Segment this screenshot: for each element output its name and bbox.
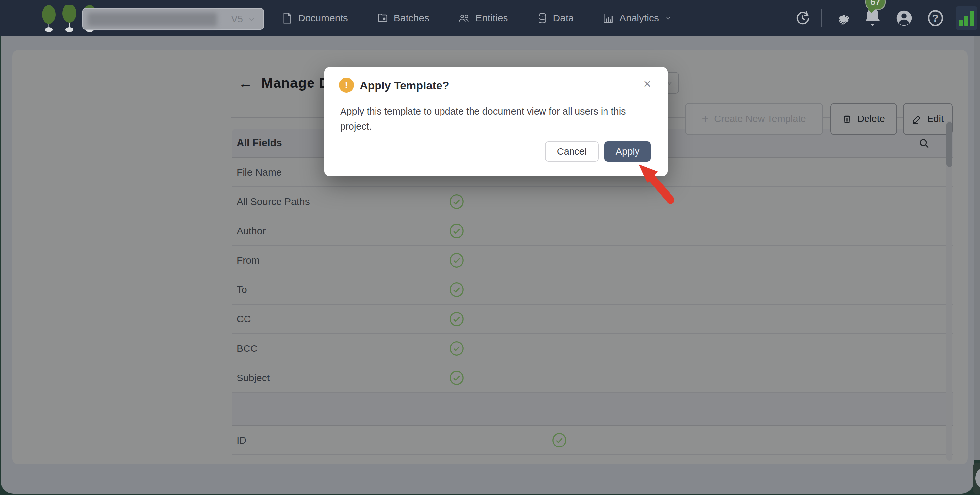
batch-folder-icon xyxy=(377,13,388,24)
nav-item-documents[interactable]: Documents xyxy=(282,12,348,24)
create-label: Create New Template xyxy=(714,113,806,124)
topbar-divider xyxy=(821,9,822,27)
dialog-title: Apply Template? xyxy=(360,79,449,92)
document-icon xyxy=(282,12,293,24)
back-arrow-icon[interactable]: ← xyxy=(238,76,253,91)
chat-icon xyxy=(975,469,980,488)
fields-table: All Fields File Name All Source Paths Au… xyxy=(232,129,953,455)
svg-text:?: ? xyxy=(932,12,939,24)
red-arrow-pointer xyxy=(636,162,682,209)
notification-count-badge: 67 xyxy=(865,0,886,10)
people-icon xyxy=(458,13,470,24)
table-header-label: All Fields xyxy=(237,137,282,149)
gear-icon[interactable] xyxy=(834,10,851,27)
cancel-button[interactable]: Cancel xyxy=(545,141,598,162)
plus-icon: + xyxy=(702,112,709,126)
nav-item-data[interactable]: Data xyxy=(537,12,574,24)
history-icon[interactable] xyxy=(794,10,811,27)
chevron-down-icon xyxy=(248,16,256,23)
table-row[interactable]: CC xyxy=(232,305,953,334)
checked-icon[interactable] xyxy=(449,370,464,387)
close-icon[interactable]: × xyxy=(643,77,651,91)
delete-button[interactable]: Delete xyxy=(830,103,897,135)
notifications-bell[interactable]: 67 xyxy=(863,6,883,30)
chevron-down-icon xyxy=(664,15,672,21)
checked-icon[interactable] xyxy=(449,253,464,269)
vertical-scrollbar[interactable] xyxy=(947,121,952,461)
apply-button[interactable]: Apply xyxy=(605,141,651,162)
search-icon[interactable] xyxy=(918,137,930,151)
create-new-template-button[interactable]: + Create New Template xyxy=(685,103,823,135)
green-bars-widget[interactable] xyxy=(956,6,977,30)
app-root: Settings Personal Project ... Review xyxy=(0,0,980,495)
delete-label: Delete xyxy=(857,113,885,124)
pencil-icon xyxy=(912,114,922,124)
project-selector[interactable]: V5 xyxy=(83,8,264,30)
help-icon[interactable]: ? xyxy=(926,9,944,27)
topbar-actions: 67 ? xyxy=(794,0,980,36)
table-row[interactable]: ID xyxy=(232,426,953,455)
edit-label: Edit xyxy=(927,113,944,124)
table-row[interactable]: To xyxy=(232,275,953,305)
checked-icon[interactable] xyxy=(449,223,464,240)
nav-item-entities[interactable]: Entities xyxy=(458,13,508,24)
nav-item-analytics[interactable]: Analytics xyxy=(603,13,672,24)
trash-icon xyxy=(842,114,852,124)
nav-item-batches[interactable]: Batches xyxy=(377,13,429,24)
redacted-project-selector-value xyxy=(88,13,217,26)
top-navigation-bar: V5 Documents Batches Entities Data xyxy=(0,0,980,36)
checked-icon[interactable] xyxy=(449,341,464,357)
table-row[interactable]: From xyxy=(232,246,953,275)
checked-icon[interactable] xyxy=(449,194,464,210)
warning-icon: ! xyxy=(339,78,354,93)
bar-chart-icon xyxy=(603,13,614,24)
table-row[interactable]: BCC xyxy=(232,334,953,363)
right-edge-gutter xyxy=(974,36,980,460)
table-row[interactable]: Subject xyxy=(232,363,953,393)
checked-icon[interactable] xyxy=(449,312,464,328)
table-section-header xyxy=(232,393,953,426)
avatar-icon[interactable] xyxy=(895,9,913,27)
chat-launcher-cutoff[interactable] xyxy=(973,463,980,494)
checked-icon[interactable] xyxy=(449,282,464,299)
primary-nav: Documents Batches Entities Data Analytic… xyxy=(282,0,672,36)
page-title: Manage D xyxy=(261,75,329,91)
dialog-body-text: Apply this template to update the docume… xyxy=(340,103,641,134)
edit-button[interactable]: Edit xyxy=(903,103,953,135)
table-row[interactable]: Author xyxy=(232,216,953,246)
checked-icon[interactable] xyxy=(552,433,567,449)
project-version: V5 xyxy=(231,14,243,25)
page-title-row: ← Manage D xyxy=(238,75,329,91)
database-icon xyxy=(537,12,548,24)
scrollbar-thumb[interactable] xyxy=(947,122,952,167)
table-row[interactable]: All Source Paths xyxy=(232,187,953,216)
